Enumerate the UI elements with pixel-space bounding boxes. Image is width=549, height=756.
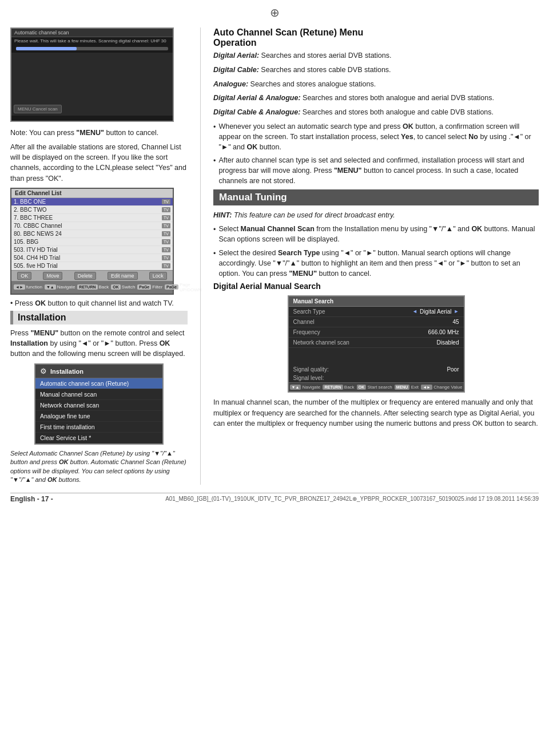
manual-text: In manual channel scan, the number of th… — [213, 397, 539, 429]
channel-item-7[interactable]: 503. ITV HD Trial TV — [11, 246, 173, 254]
progress-bar-fill — [16, 47, 77, 50]
bullet-progress: • After auto channel scan type is set an… — [213, 155, 539, 186]
ms-left-arrow[interactable]: ◄ — [412, 308, 417, 314]
note-text: Note: You can press — [10, 129, 76, 137]
install-menu-title: Installation — [50, 368, 83, 375]
hint-text: HINT: This feature can be used for direc… — [213, 210, 539, 221]
channel-actions-bar: OK Move Delete Edit name Lock — [11, 270, 173, 281]
compass-icon: ⊕ — [0, 0, 549, 23]
ms-value-search-type: ◄ Digital Aerial ► — [412, 308, 459, 315]
entry-analogue: Analogue: Searches and stores analogue s… — [213, 79, 539, 90]
install-caption: Select Automatic Channel Scan (Retune) b… — [10, 449, 188, 485]
channel-shortcuts-bar: ◄► function ▼▲ Navigate RETURN Back OK S… — [11, 281, 173, 294]
edit-name-action[interactable]: Edit name — [108, 272, 138, 280]
channel-item-5[interactable]: 80. BBC NEWS 24 TV — [11, 230, 173, 238]
channel-item-3[interactable]: 7. BBC THREE TV — [11, 214, 173, 222]
channel-name-2: 2. BBC TWO — [14, 207, 47, 213]
channel-name-5: 80. BBC NEWS 24 — [14, 231, 62, 237]
note-paragraph: Note: You can press "MENU" button to can… — [10, 128, 188, 138]
scanning-text: Please wait. This will take a few minute… — [11, 37, 173, 45]
ms-shortcut-start: OK Start search — [357, 385, 392, 390]
entry-digital-aerial-analogue: Digital Aerial & Analogue: Searches and … — [213, 93, 539, 104]
installation-menu-box: ⚙ Installation Automatic channel scan (R… — [34, 363, 164, 445]
bullet-manual-channel-scan: • Select Manual Channel Scan from the In… — [213, 224, 539, 244]
channel-name-7: 503. ITV HD Trial — [14, 247, 58, 253]
lock-action[interactable]: Lock — [149, 272, 167, 280]
ms-label-search-type: Search Type — [293, 308, 325, 315]
tv-preview-area: MENU Cancel scan — [11, 53, 173, 116]
ms-row-channel: Channel 45 — [289, 317, 464, 327]
channel-name-8: 504. CH4 HD Trial — [14, 255, 60, 261]
ms-label-signal-level: Signal level: — [293, 375, 324, 381]
channel-badge-6: TV — [162, 239, 170, 244]
entry-digital-aerial: Digital Aerial: Searches and stores aeri… — [213, 50, 539, 61]
shortcut-function: ◄► function — [14, 282, 42, 292]
footer-info: A01_MB60_[GB]_(01-TV)_1910UK_IDTV_TC_PVR… — [165, 496, 539, 502]
note-text2: button to cancel. — [104, 129, 158, 137]
ok-action[interactable]: OK — [17, 272, 31, 280]
ms-value-frequency: 666.00 MHz — [428, 329, 459, 335]
channel-item-1[interactable]: 1. BBC ONE TV — [11, 198, 173, 206]
ms-row-search-type: Search Type ◄ Digital Aerial ► — [289, 307, 464, 317]
digital-aerial-heading: Digital Aerial Manual Search — [213, 282, 539, 291]
ms-right-arrow[interactable]: ► — [454, 308, 459, 314]
note-bold: "MENU" — [76, 129, 104, 137]
shortcut-navigate: ▼▲ Navigate — [45, 282, 75, 292]
ms-shortcut-back: RETURN Back — [323, 385, 354, 390]
channel-name-3: 7. BBC THREE — [14, 215, 53, 221]
install-item-analogue[interactable]: Analogue fine tune — [35, 411, 162, 422]
channel-badge-2: TV — [162, 207, 170, 212]
shortcut-page: PaGe Page UP/DOWN — [165, 282, 202, 292]
ms-value-network-channel: Disabled — [437, 339, 459, 346]
channel-name-9: 505. five HD Trial — [14, 263, 58, 269]
ms-label-network-channel: Network channel scan — [293, 339, 349, 346]
entry-digital-cable-analogue: Digital Cable & Analogue: Searches and s… — [213, 107, 539, 118]
manual-tuning-heading: Manual Tuning — [213, 189, 539, 205]
ms-row-frequency: Frequency 666.00 MHz — [289, 327, 464, 338]
channel-item-8[interactable]: 504. CH4 HD Trial TV — [11, 254, 173, 262]
ms-label-channel: Channel — [293, 319, 315, 325]
ms-value-channel: 45 — [452, 319, 459, 325]
after-text-paragraph: After all the available stations are sto… — [10, 142, 188, 184]
cancel-button-preview: MENU Cancel scan — [14, 105, 62, 113]
move-action[interactable]: Move — [43, 272, 62, 280]
install-menu-header: ⚙ Installation — [35, 365, 162, 378]
gear-icon: ⚙ — [40, 367, 47, 375]
channel-badge-4: TV — [162, 223, 170, 228]
install-item-manual[interactable]: Manual channel scan — [35, 389, 162, 400]
channel-badge-8: TV — [162, 255, 170, 260]
auto-scan-title: Auto Channel Scan (Retune) MenuOperation — [213, 27, 539, 48]
press-ok-paragraph: • Press OK button to quit channel list a… — [10, 299, 188, 307]
progress-bar — [16, 47, 168, 50]
delete-action[interactable]: Delete — [74, 272, 96, 280]
ms-signal-level-row: Signal level: — [289, 374, 464, 382]
channel-badge-5: TV — [162, 231, 170, 236]
manual-search-box: Manual Search Search Type ◄ Digital Aeri… — [288, 295, 465, 393]
channel-badge-1: TV — [162, 199, 170, 204]
channel-badge-3: TV — [162, 215, 170, 220]
channel-name-4: 70. CBBC Channel — [14, 223, 62, 229]
channel-item-6[interactable]: 105. BBG TV — [11, 238, 173, 246]
shortcut-filter: PaGe Filter — [137, 282, 162, 292]
installation-heading: Installation — [10, 311, 188, 324]
install-item-auto[interactable]: Automatic channel scan (Retune) — [35, 378, 162, 389]
ms-row-network-channel: Network channel scan Disabled — [289, 338, 464, 348]
channel-item-9[interactable]: 505. five HD Trial TV — [11, 262, 173, 270]
install-item-first-time[interactable]: First time installation — [35, 422, 162, 433]
channel-name-6: 105. BBG — [14, 239, 38, 245]
manual-search-header: Manual Search — [289, 296, 464, 307]
installation-text: Press "MENU" button on the remote contro… — [10, 328, 188, 359]
bullet-confirmation: • Whenever you select an automatic searc… — [213, 121, 539, 152]
channel-item-2[interactable]: 2. BBC TWO TV — [11, 206, 173, 214]
install-item-network[interactable]: Network channel scan — [35, 400, 162, 411]
ms-shortcut-change: ◄► Change Value — [421, 385, 462, 390]
ms-bottom-bar: ▼▲ Navigate RETURN Back OK Start search … — [289, 382, 464, 391]
column-divider — [200, 27, 201, 485]
channel-item-4[interactable]: 70. CBBC Channel TV — [11, 222, 173, 230]
install-item-clear[interactable]: Clear Service List * — [35, 433, 162, 444]
ms-search-type-value: Digital Aerial — [420, 308, 452, 315]
shortcut-back: RETURN Back — [77, 282, 109, 292]
ms-label-frequency: Frequency — [293, 329, 320, 335]
channel-badge-9: TV — [162, 263, 170, 268]
ms-shortcut-navigate: ▼▲ Navigate — [290, 385, 321, 390]
